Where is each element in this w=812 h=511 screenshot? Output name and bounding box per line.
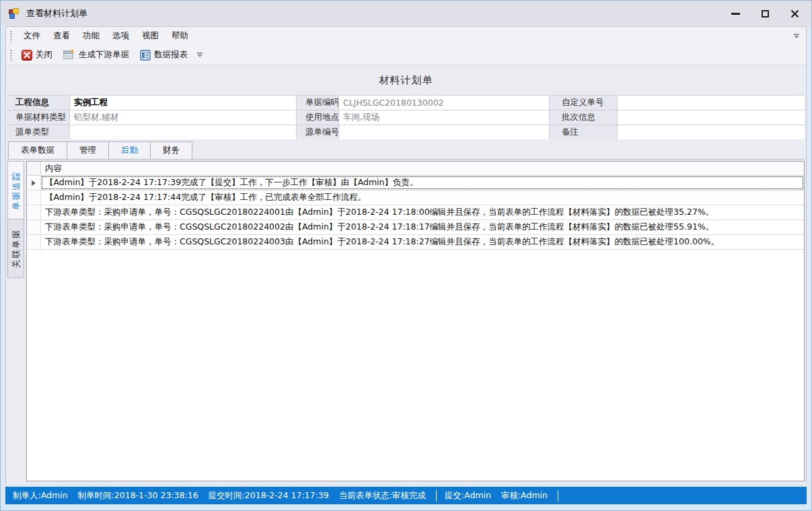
field-remark[interactable] [618, 125, 805, 139]
window-bottom-edge [1, 504, 811, 510]
menu-file[interactable]: 文件 [17, 28, 46, 44]
close-red-icon [22, 50, 32, 61]
status-separator [436, 490, 437, 502]
minimize-button[interactable] [725, 5, 745, 22]
tracking-grid: 内容 【Admin】于2018-2-24 17:17:39完成了【提交】工作，下… [26, 161, 805, 481]
menu-help[interactable]: 帮助 [165, 28, 194, 44]
table-row[interactable]: 下游表单类型：采购申请单，单号：CGSQSLGC20180224003由【Adm… [27, 235, 804, 250]
field-source-no[interactable] [339, 125, 549, 139]
field-material-type[interactable]: 铝型材,辅材 [70, 110, 296, 125]
row-content[interactable]: 下游表单类型：采购申请单，单号：CGSQSLGC20180224002由【Adm… [41, 220, 804, 234]
table-row[interactable]: 【Admin】于2018-2-24 17:17:39完成了【提交】工作，下一步工… [27, 176, 804, 191]
tab-management[interactable]: 管理 [67, 142, 109, 159]
side-tab-doc-tracking[interactable]: 单据追踪 [7, 161, 24, 219]
grid-empty-area [27, 250, 804, 481]
generate-downstream-label: 生成下游单据 [79, 49, 129, 61]
minimize-icon [731, 13, 740, 15]
tab-logistics[interactable]: 后勤 [109, 142, 151, 159]
label-source-type: 源单类型 [7, 125, 69, 139]
label-project-info: 工程信息 [7, 96, 69, 110]
tab-strip: 表单数据 管理 后勤 财务 [7, 141, 805, 160]
maximize-icon [762, 10, 769, 18]
row-header-cell[interactable] [27, 191, 41, 205]
close-form-button[interactable]: 关闭 [17, 47, 57, 63]
label-remark: 备注 [550, 125, 617, 139]
grid-corner-cell[interactable] [27, 162, 41, 175]
label-material-type: 单据材料类型 [7, 110, 69, 125]
field-usage-place[interactable]: 车间,现场 [339, 110, 549, 125]
status-submit-time: 提交时间:2018-2-24 17:17:39 [209, 490, 329, 502]
table-row[interactable]: 下游表单类型：采购申请单，单号：CGSQSLGC20180224002由【Adm… [27, 220, 804, 235]
overflow-icon [197, 53, 202, 54]
form-header-grid: 工程信息 实例工程 单据编码 CLJHSLGC20180130002 自定义单号… [7, 95, 805, 139]
maximize-button[interactable] [755, 5, 775, 22]
status-auditor: 审核:Admin [501, 490, 548, 502]
row-header-cell[interactable] [27, 176, 41, 190]
row-content[interactable]: 下游表单类型：采购申请单，单号：CGSQSLGC20180224001由【Adm… [41, 205, 804, 219]
label-usage-place: 使用地点 [297, 110, 338, 125]
status-separator [558, 490, 558, 502]
label-doc-code: 单据编码 [297, 96, 338, 110]
label-custom-no: 自定义单号 [550, 96, 617, 110]
row-header-cell[interactable] [27, 220, 41, 234]
table-row[interactable]: 【Admin】于2018-2-24 17:17:44完成了【审核】工作，已完成表… [27, 191, 804, 205]
document-title: 材料计划单 [379, 74, 433, 87]
data-report-button[interactable]: 数据报表 [136, 47, 192, 63]
row-content[interactable]: 下游表单类型：采购申请单，单号：CGSQSLGC20180224003由【Adm… [41, 235, 804, 249]
field-custom-no[interactable] [618, 96, 805, 110]
tab-finance[interactable]: 财务 [151, 142, 192, 159]
menu-functions[interactable]: 功能 [77, 28, 106, 44]
menu-view[interactable]: 查看 [47, 28, 76, 44]
document-title-band: 材料计划单 [7, 65, 805, 95]
close-button[interactable] [784, 5, 805, 22]
field-source-type[interactable] [70, 125, 296, 139]
field-batch-info[interactable] [618, 110, 805, 125]
generate-downstream-icon [63, 49, 75, 61]
menu-grip-handle[interactable] [9, 30, 13, 42]
status-create-time: 制单时间:2018-1-30 23:38:16 [78, 490, 198, 502]
status-bar: 制单人:Admin 制单时间:2018-1-30 23:38:16 提交时间:2… [5, 487, 807, 504]
title-bar: 查看材料计划单 [1, 1, 811, 26]
field-doc-code[interactable]: CLJHSLGC20180130002 [339, 96, 549, 110]
label-batch-info: 批次信息 [550, 110, 617, 125]
menu-options[interactable]: 选项 [106, 28, 135, 44]
row-header-cell[interactable] [27, 205, 41, 219]
grid-header-row: 内容 [27, 162, 804, 176]
main-region: 单据追踪 关联单据 内容 【Admin】于2018-2-24 17:17:39完… [7, 160, 805, 481]
row-content[interactable]: 【Admin】于2018-2-24 17:17:44完成了【审核】工作，已完成表… [41, 191, 804, 205]
side-tab-strip: 单据追踪 关联单据 [7, 161, 24, 481]
winforms-app-icon [9, 8, 20, 20]
close-form-label: 关闭 [36, 49, 52, 61]
menu-overflow-button[interactable] [792, 34, 801, 38]
data-report-icon [140, 50, 151, 61]
menu-bar: 文件 查看 功能 选项 视图 帮助 [6, 27, 806, 45]
close-icon [790, 9, 799, 18]
row-content[interactable]: 【Admin】于2018-2-24 17:17:39完成了【提交】工作，下一步工… [41, 176, 804, 190]
grid-column-header-content[interactable]: 内容 [41, 162, 62, 175]
window-title: 查看材料计划单 [26, 7, 87, 20]
data-report-label: 数据报表 [154, 49, 188, 61]
field-project-info[interactable]: 实例工程 [70, 96, 296, 110]
overflow-icon [794, 34, 799, 35]
status-creator: 制单人:Admin [13, 490, 68, 502]
table-row[interactable]: 下游表单类型：采购申请单，单号：CGSQSLGC20180224001由【Adm… [27, 205, 804, 220]
toolbar-grip-handle[interactable] [9, 49, 13, 61]
content-area: 材料计划单 工程信息 实例工程 单据编码 CLJHSLGC20180130002… [6, 65, 806, 484]
side-tab-related-docs[interactable]: 关联单据 [7, 219, 24, 278]
tab-form-data[interactable]: 表单数据 [9, 142, 67, 159]
label-source-no: 源单编号 [297, 125, 338, 139]
current-row-arrow-icon [32, 180, 36, 186]
menu-window-view[interactable]: 视图 [136, 28, 165, 44]
app-window: 查看材料计划单 文件 查看 功能 选项 视图 帮助 [0, 0, 812, 511]
row-header-cell[interactable] [27, 235, 41, 249]
tool-bar: 关闭 生成下游单据 [6, 45, 806, 65]
status-submitter: 提交:Admin [445, 490, 491, 502]
generate-downstream-button[interactable]: 生成下游单据 [59, 47, 133, 63]
app-body: 文件 查看 功能 选项 视图 帮助 关闭 [5, 26, 807, 484]
toolbar-overflow-button[interactable] [196, 53, 204, 57]
status-form-state: 当前表单状态:审核完成 [339, 490, 426, 502]
